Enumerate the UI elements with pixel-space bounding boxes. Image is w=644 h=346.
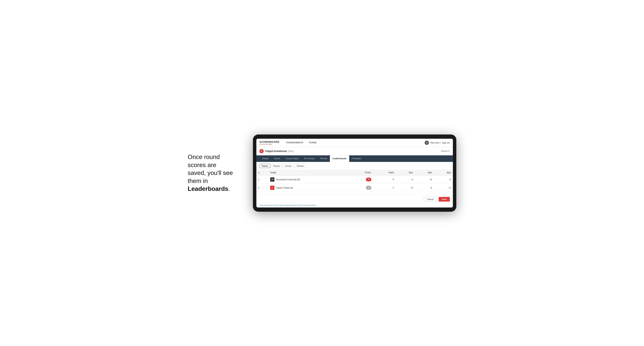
tournament-name: Clippd Invitational [265,150,287,153]
row-team: C Clippd College [A] [268,183,348,192]
col-rd2: RD2 [415,170,434,175]
desc-line1: Once round [188,154,220,160]
filter-teams[interactable]: Teams [260,164,270,168]
filter-bar: Teams Players Scores Strokes [256,162,453,170]
score-badge: +3 [366,186,371,190]
desc-line5-suffix: . [228,185,230,192]
tab-printables[interactable]: Printables [349,155,364,162]
row-thru: F [373,183,396,192]
leaderboard-table: # TEAM TOTAL THRU RD1 RD2 RD3 1 SB [256,170,453,192]
row-rank: 2 [256,183,268,192]
desc-line5-bold: Leaderboards [188,185,228,192]
row-rank: 1 [256,175,268,183]
filter-strokes[interactable]: Strokes [294,164,306,168]
app-logo: SCOREBOARD [260,141,280,143]
col-team: TEAM [268,170,348,175]
url-bar: https://stage-blue-coach.stagescoreboard… [256,204,453,207]
tournament-gender: (Men) [288,150,294,153]
left-description: Once round scores are saved, you'll see … [188,153,242,193]
logo-area: SCOREBOARD Powered by clippd [260,141,280,145]
tournament-header: C Clippd Invitational (Men) Cancel ✕ [256,147,453,155]
row-rd2: -8 [415,183,434,192]
tab-teams[interactable]: Teams [271,155,283,162]
tournament-logo: C [260,149,264,153]
row-rd1: +8 [396,183,415,192]
table-row: 1 SB Scoreboard University [A] -5 F -4 +… [256,175,453,183]
row-thru: F [373,175,396,183]
save-button[interactable]: Save [439,197,450,201]
top-navigation: SCOREBOARD Powered by clippd TOURNAMENTS… [256,139,453,147]
cancel-button[interactable]: Cancel [424,197,437,202]
col-total: TOTAL [348,170,373,175]
filter-players[interactable]: Players [271,164,282,168]
row-rd3: -6 [434,175,453,183]
nav-links: TOURNAMENTS TEAMS [283,139,425,147]
col-rank: # [256,170,268,175]
desc-line2: scores are [188,162,216,169]
leaderboard-content: # TEAM TOTAL THRU RD1 RD2 RD3 1 SB [256,170,453,193]
row-rd3: +3 [434,183,453,192]
filter-scores[interactable]: Scores [283,164,294,168]
nav-tournaments[interactable]: TOURNAMENTS [283,139,306,147]
tournament-cancel-button[interactable]: Cancel ✕ [441,150,450,152]
row-total: +3 [348,183,373,192]
nav-right-area: S Test User | Sign out [425,141,450,145]
team-logo: SB [270,177,274,182]
desc-line4: them in [188,177,208,184]
team-name: Clippd College [A] [276,186,293,189]
user-avatar: S [425,141,429,145]
row-total: -5 [348,175,373,183]
row-rd2: +5 [415,175,434,183]
nav-teams[interactable]: TEAMS [306,139,319,147]
sign-out-link[interactable]: Sign out [442,142,450,144]
team-name: Scoreboard University [A] [276,178,300,181]
score-badge: -5 [366,177,371,181]
tablet-device: SCOREBOARD Powered by clippd TOURNAMENTS… [253,135,456,212]
col-rd3: RD3 [434,170,453,175]
tab-tee-groups[interactable]: Tee Groups [301,155,318,162]
tab-results[interactable]: Results [318,155,330,162]
table-row: 2 C Clippd College [A] +3 F +8 -8 +3 [256,183,453,192]
col-rd1: RD1 [396,170,415,175]
user-name: Test User | [430,142,440,144]
col-thru: THRU [373,170,396,175]
tablet-screen: SCOREBOARD Powered by clippd TOURNAMENTS… [256,139,453,207]
tab-course-setup[interactable]: Course Setup [283,155,301,162]
bottom-action-bar: Cancel Save [256,195,453,204]
tab-leaderboards[interactable]: Leaderboards [330,155,349,162]
row-team: SB Scoreboard University [A] [268,175,348,183]
logo-subtitle: Powered by clippd [260,143,280,145]
row-rd1: -4 [396,175,415,183]
sub-navigation: Details Teams Course Setup Tee Groups Re… [256,155,453,162]
team-logo: C [270,186,274,190]
desc-line3: saved, you'll see [188,169,233,176]
tab-details[interactable]: Details [260,155,271,162]
